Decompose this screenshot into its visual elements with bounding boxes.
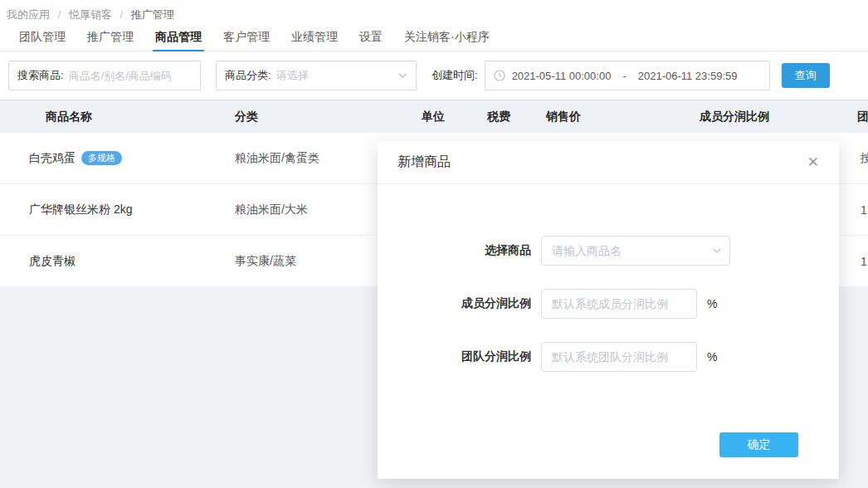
col-unit: 单位 — [422, 110, 445, 124]
breadcrumb-item-current: 推广管理 — [131, 8, 174, 21]
tab-product-management[interactable]: 商品管理 — [144, 24, 212, 51]
category-placeholder: 请选择 — [276, 68, 397, 83]
modal-header: 新增商品 ✕ — [378, 141, 839, 184]
select-product-input[interactable] — [541, 236, 730, 266]
product-name: 广华牌银丝米粉 2kg — [29, 203, 132, 217]
percent-suffix: % — [707, 350, 717, 364]
tab-settings[interactable]: 设置 — [349, 24, 393, 51]
team-ratio-cell: 1 — [861, 255, 867, 268]
team-ratio-label: 团队分润比例 — [411, 349, 531, 364]
multi-spec-badge: 多规格 — [81, 151, 122, 165]
product-name: 白壳鸡蛋 — [29, 151, 76, 166]
chevron-down-icon — [397, 71, 407, 81]
category-cell: 粮油米面/大米 — [235, 203, 308, 217]
col-sale-price: 销售价 — [546, 110, 581, 124]
breadcrumb-separator: / — [120, 8, 124, 21]
tab-performance-management[interactable]: 业绩管理 — [280, 24, 349, 51]
confirm-button[interactable]: 确定 — [719, 432, 798, 457]
product-name: 虎皮青椒 — [29, 254, 76, 269]
product-name-cell: 虎皮青椒 — [29, 254, 76, 269]
category-label: 商品分类: — [225, 68, 271, 83]
modal-title: 新增商品 — [397, 154, 451, 171]
table-header-row: 商品名称 分类 单位 税费 销售价 成员分润比例 团队分润比例 — [0, 100, 868, 133]
breadcrumb: 我的应用 / 悦厚销客 / 推广管理 — [0, 0, 868, 24]
breadcrumb-item-app[interactable]: 悦厚销客 — [69, 8, 112, 21]
team-ratio-input[interactable] — [541, 342, 697, 372]
filter-bar: 搜索商品: 商品分类: 请选择 创建时间: 2021-05-11 00:00:0… — [0, 51, 868, 100]
search-input[interactable] — [69, 70, 192, 82]
category-cell: 粮油米面/禽蛋类 — [235, 151, 319, 166]
select-product-label: 选择商品 — [411, 243, 531, 258]
nav-tabs: 团队管理 推广管理 商品管理 客户管理 业绩管理 设置 关注销客·小程序 — [0, 24, 868, 51]
category-cell: 事实康/蔬菜 — [235, 254, 296, 269]
date-start-value[interactable]: 2021-05-11 00:00:00 — [512, 70, 612, 82]
product-name-cell: 广华牌银丝米粉 2kg — [29, 203, 132, 217]
date-separator: - — [622, 70, 626, 82]
date-end-value[interactable]: 2021-06-11 23:59:59 — [638, 70, 738, 82]
col-team-ratio: 团队分润比例 — [857, 110, 868, 124]
breadcrumb-separator: / — [58, 8, 61, 21]
team-ratio-cell: 1 — [861, 203, 867, 217]
member-ratio-label: 成员分润比例 — [411, 296, 531, 311]
close-icon[interactable]: ✕ — [807, 155, 819, 169]
select-product-field: 选择商品 — [411, 236, 839, 266]
add-product-modal: 新增商品 ✕ 选择商品 成员分润比例 % 团队分润比例 — [378, 141, 839, 479]
team-ratio-cell: 按 — [861, 151, 868, 166]
category-select[interactable]: 商品分类: 请选择 — [216, 61, 417, 90]
clock-icon — [494, 70, 505, 81]
date-range-picker[interactable]: 2021-05-11 00:00:00 - 2021-06-11 23:59:5… — [485, 61, 770, 90]
tab-follow-miniprogram[interactable]: 关注销客·小程序 — [393, 24, 500, 51]
page: 我的应用 / 悦厚销客 / 推广管理 团队管理 推广管理 商品管理 客户管理 业… — [0, 0, 868, 488]
query-button[interactable]: 查询 — [782, 63, 830, 88]
modal-body: 选择商品 成员分润比例 % 团队分润比例 % — [378, 184, 839, 372]
member-ratio-input[interactable] — [541, 289, 697, 319]
breadcrumb-item-my-apps[interactable]: 我的应用 — [7, 8, 50, 21]
col-member-ratio: 成员分润比例 — [700, 110, 769, 124]
product-name-cell: 白壳鸡蛋 多规格 — [29, 151, 122, 166]
col-tax: 税费 — [487, 110, 510, 124]
tab-promotion-management[interactable]: 推广管理 — [76, 24, 144, 51]
search-label: 搜索商品: — [17, 68, 64, 83]
col-product-name: 商品名称 — [46, 110, 92, 124]
tab-team-management[interactable]: 团队管理 — [8, 24, 76, 51]
team-ratio-field: 团队分润比例 % — [411, 342, 839, 372]
percent-suffix: % — [707, 297, 717, 310]
member-ratio-field: 成员分润比例 % — [411, 289, 839, 319]
product-search-box[interactable]: 搜索商品: — [8, 61, 201, 90]
tab-customer-management[interactable]: 客户管理 — [212, 24, 280, 51]
col-category: 分类 — [235, 110, 258, 124]
date-label: 创建时间: — [432, 68, 478, 83]
chevron-down-icon[interactable] — [712, 246, 722, 256]
